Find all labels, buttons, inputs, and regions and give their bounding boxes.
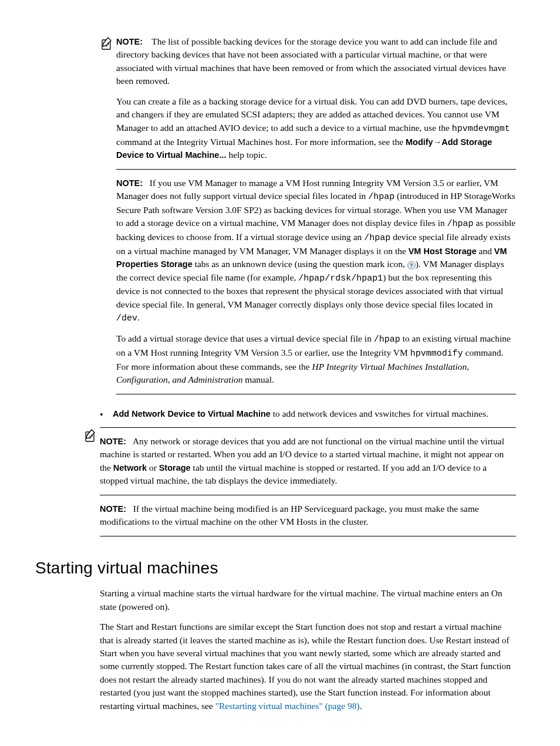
section-p1: Starting a virtual machine starts the vi… xyxy=(100,587,516,613)
bullet-text: Add Network Device to Virtual Machine to… xyxy=(113,407,516,421)
restart-link[interactable]: "Restarting virtual machines" (page 98) xyxy=(215,701,360,711)
note-label: NOTE: xyxy=(100,504,126,514)
code-hpvmdevmgmt: hpvmdevmgmt xyxy=(452,124,510,134)
section-p2: The Start and Restart functions are simi… xyxy=(100,620,516,713)
section-body: Starting a virtual machine starts the vi… xyxy=(100,587,516,713)
bullet-block: • Add Network Device to Virtual Machine … xyxy=(100,407,516,421)
note-label: NOTE: xyxy=(116,178,143,188)
note3-p1: NOTE: Any network or storage devices tha… xyxy=(100,435,516,488)
note-block-3: NOTE: Any network or storage devices tha… xyxy=(83,427,516,544)
rule xyxy=(100,427,516,428)
note1-p2: You can create a file as a backing stora… xyxy=(116,95,516,162)
rule xyxy=(100,536,516,536)
rule xyxy=(116,394,516,394)
rule xyxy=(116,169,516,170)
note-label: NOTE: xyxy=(100,437,126,446)
question-mark-icon: ? xyxy=(407,261,416,269)
section-heading: Starting virtual machines xyxy=(35,556,525,580)
bullet-icon: • xyxy=(100,407,113,421)
rule xyxy=(100,495,516,495)
note-icon xyxy=(100,36,116,54)
note-icon xyxy=(83,428,100,446)
note-label: NOTE: xyxy=(116,37,143,46)
note1-p1: NOTE: The list of possible backing devic… xyxy=(116,35,516,88)
note4-p1: NOTE: If the virtual machine being modif… xyxy=(100,502,516,529)
note2-p2: To add a virtual storage device that use… xyxy=(116,332,516,386)
note-block-1: NOTE: The list of possible backing devic… xyxy=(100,35,516,401)
note2-p1: NOTE: If you use VM Manager to manage a … xyxy=(116,177,516,326)
